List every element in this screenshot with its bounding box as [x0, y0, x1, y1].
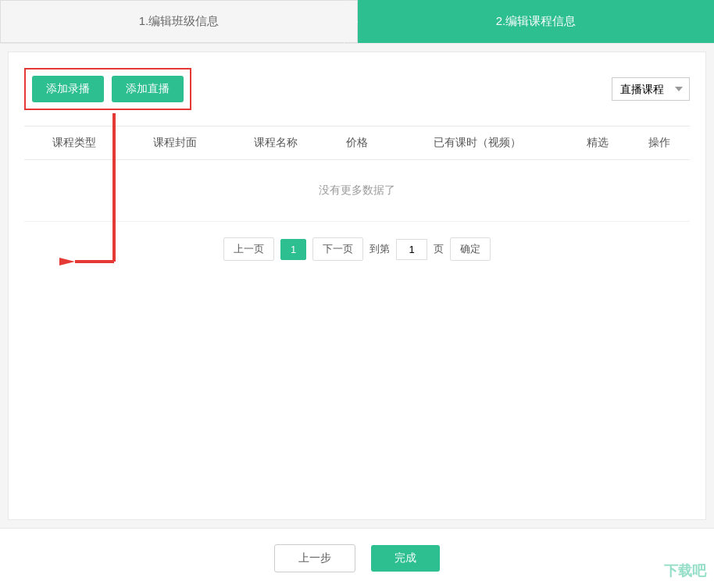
main-content: 添加录播 添加直播 直播课程 录播课程 [8, 52, 706, 520]
current-page-button[interactable]: 1 [280, 239, 306, 260]
prev-page-button[interactable]: 上一页 [223, 237, 274, 261]
no-data-text: 没有更多数据了 [24, 160, 690, 222]
step-1: 1.编辑班级信息 [0, 0, 358, 43]
pagination: 上一页 1 下一页 到第 页 确定 [24, 237, 690, 261]
col-type: 课程类型 [24, 127, 125, 160]
watermark: 下载吧 [664, 561, 706, 580]
prev-step-button[interactable]: 上一步 [274, 544, 355, 572]
step-1-label: 1.编辑班级信息 [139, 14, 220, 29]
col-lessons: 已有课时（视频） [387, 127, 566, 160]
toolbar-left: 添加录播 添加直播 [24, 68, 191, 110]
col-name: 课程名称 [226, 127, 327, 160]
next-page-button[interactable]: 下一页 [312, 237, 363, 261]
footer: 上一步 完成 [0, 528, 714, 588]
page-prefix: 到第 [369, 242, 390, 256]
step-2: 2.编辑课程信息 [358, 0, 714, 43]
page-jump-input[interactable] [396, 239, 427, 260]
dropdown-wrapper: 直播课程 录播课程 [612, 77, 690, 101]
col-cover: 课程封面 [125, 127, 226, 160]
course-table: 课程类型 课程封面 课程名称 价格 已有课时（视频） 精选 操作 没有更多数据了 [24, 126, 690, 222]
page-container: 1.编辑班级信息 2.编辑课程信息 添加录播 添加直播 直播课程 录播课程 [0, 0, 714, 588]
add-live-button[interactable]: 添加直播 [112, 76, 184, 102]
col-price: 价格 [327, 127, 388, 160]
table-container: 课程类型 课程封面 课程名称 价格 已有课时（视频） 精选 操作 没有更多数据了 [24, 126, 690, 222]
steps-header: 1.编辑班级信息 2.编辑课程信息 [0, 0, 714, 44]
step-2-label: 2.编辑课程信息 [496, 14, 577, 29]
page-suffix: 页 [434, 242, 444, 256]
table-header-row: 课程类型 课程封面 课程名称 价格 已有课时（视频） 精选 操作 [24, 127, 690, 160]
col-featured: 精选 [566, 127, 628, 160]
course-type-select[interactable]: 直播课程 录播课程 [612, 77, 690, 101]
page-confirm-button[interactable]: 确定 [450, 237, 491, 261]
toolbar-wrapper: 添加录播 添加直播 直播课程 录播课程 [24, 68, 690, 110]
add-recording-button[interactable]: 添加录播 [32, 76, 104, 102]
no-data-row: 没有更多数据了 [24, 160, 690, 222]
col-action: 操作 [628, 127, 690, 160]
finish-button[interactable]: 完成 [371, 545, 440, 572]
